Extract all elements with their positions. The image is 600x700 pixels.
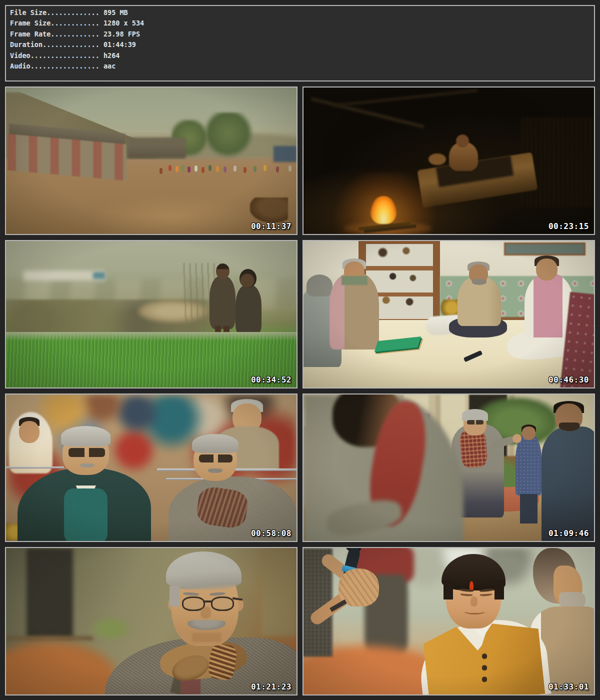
truck xyxy=(274,146,296,162)
nose-shadow xyxy=(200,606,210,618)
timestamp-overlay: 00:46:30 xyxy=(548,375,589,384)
timestamp-overlay: 00:11:37 xyxy=(251,222,292,231)
media-info-panel: File Size............. 895 MB Frame Size… xyxy=(5,5,595,82)
blurred-wall xyxy=(262,548,296,636)
blurred-brick-wall xyxy=(5,642,116,696)
info-line-frame-size: Frame Size............ 1280 x 534 xyxy=(10,18,590,28)
hut xyxy=(128,138,186,158)
glasses-right-lens xyxy=(211,596,234,611)
night-campfire-scene xyxy=(304,88,594,234)
screenshot-grid: 00:11:37 00:23:15 xyxy=(5,86,595,696)
boy-one-head xyxy=(216,264,230,279)
portrait-scene xyxy=(6,548,296,694)
campfire-flames xyxy=(370,196,396,224)
video-screenshot-4: 00:46:30 xyxy=(302,240,595,388)
distant-blue-door xyxy=(93,272,104,280)
timestamp-overlay: 00:23:15 xyxy=(548,222,589,231)
wall-picture xyxy=(504,242,586,256)
roof-beam xyxy=(333,88,478,106)
info-line-audio: Audio................. aac xyxy=(10,61,590,72)
tweed-man-glasses xyxy=(199,454,232,462)
suit-man-glasses xyxy=(68,448,105,457)
distant-building xyxy=(24,270,105,281)
tree xyxy=(204,112,253,158)
swept-gray-hair xyxy=(166,552,242,590)
steel-railing xyxy=(6,466,64,468)
kurta-man-legs xyxy=(520,494,538,524)
child-on-cot xyxy=(428,154,446,165)
man-two-scarf xyxy=(342,276,368,285)
elder-man-glasses xyxy=(467,420,484,424)
video-screenshot-5: 00:58:08 xyxy=(5,394,298,542)
timestamp-overlay: 01:09:46 xyxy=(548,528,589,538)
timestamp-overlay: 00:58:08 xyxy=(251,528,292,538)
blurred-ledge xyxy=(6,636,93,640)
man-one-hair xyxy=(306,274,332,296)
timestamp-overlay: 01:21:23 xyxy=(251,682,292,692)
info-line-video: Video................. h264 xyxy=(10,50,590,61)
living-room-scene xyxy=(304,241,594,388)
villagers-crowd xyxy=(168,165,172,171)
info-line-duration: Duration.............. 01:44:39 xyxy=(10,40,590,50)
tweed-man-hair xyxy=(192,434,238,453)
nose-shadow xyxy=(470,596,478,607)
timestamp-overlay: 01:33:01 xyxy=(548,682,589,692)
gray-walrus-mustache xyxy=(188,620,226,630)
man-four-head xyxy=(536,258,558,280)
blue-kurta-man xyxy=(516,434,542,496)
heavyset-man-body xyxy=(542,426,595,542)
dirt-path-highlight xyxy=(88,193,262,235)
tweed-man-mustache xyxy=(208,468,222,473)
sideburn xyxy=(494,580,504,599)
video-screenshot-1: 00:11:37 xyxy=(5,86,298,235)
courtyard-scene xyxy=(304,394,594,541)
video-screenshot-8: 01:33:01 xyxy=(302,547,595,696)
field-scene xyxy=(6,241,296,388)
audience-scene xyxy=(6,394,296,541)
timestamp-overlay: 00:34:52 xyxy=(251,375,292,384)
boy-two-head xyxy=(240,269,257,288)
elder-man-hair xyxy=(462,409,488,420)
man-head xyxy=(456,134,469,148)
chin-shadow xyxy=(192,633,221,642)
sideburn xyxy=(170,586,180,606)
boy-one-body xyxy=(210,276,236,328)
video-screenshot-7: 01:21:23 xyxy=(5,547,298,696)
wooden-cart xyxy=(250,198,288,222)
vest-buttons xyxy=(482,650,486,686)
blurred-plant xyxy=(88,616,134,642)
boy-two-body xyxy=(236,285,262,335)
glasses-bridge xyxy=(203,600,212,602)
video-screenshot-3: 00:34:52 xyxy=(5,240,298,388)
suit-man-hair xyxy=(61,426,110,446)
screenshot-sheet: File Size............. 895 MB Frame Size… xyxy=(0,0,600,700)
info-line-frame-rate: Frame Rate............ 23.98 FPS xyxy=(10,29,590,40)
blurred-doorway xyxy=(26,548,73,639)
info-line-file-size: File Size............. 895 MB xyxy=(10,8,590,18)
microphone-scene xyxy=(304,548,594,694)
suit-man-sweater xyxy=(64,488,108,542)
woman-face xyxy=(19,421,40,443)
sideburn xyxy=(444,580,453,599)
video-screenshot-6: 01:09:46 xyxy=(302,394,595,542)
elder-man-hand xyxy=(512,434,521,443)
man-three-beard xyxy=(472,279,486,285)
village-scene xyxy=(6,88,296,234)
video-screenshot-2: 00:23:15 xyxy=(302,86,595,235)
kurta-man-head xyxy=(522,426,536,440)
